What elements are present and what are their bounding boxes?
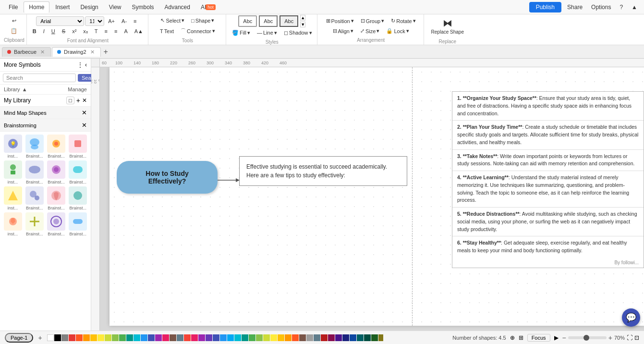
- publish-button[interactable]: Publish: [529, 2, 561, 12]
- style-up[interactable]: ▲: [300, 15, 305, 21]
- page-tab-1[interactable]: Page-1: [5, 333, 33, 343]
- list-item[interactable]: Brainst...: [24, 186, 44, 210]
- list-item[interactable]: Brainst...: [47, 212, 66, 236]
- manage-button[interactable]: Manage: [68, 86, 87, 92]
- mind-map-shapes-header[interactable]: Mind Map Shapes ✕: [0, 107, 91, 119]
- list-item[interactable]: 💡 inst...: [3, 135, 23, 159]
- color-swatch[interactable]: [321, 334, 328, 341]
- list-item[interactable]: Brainst...: [68, 135, 88, 159]
- style-down[interactable]: ▼: [300, 22, 305, 27]
- options-button[interactable]: Options: [588, 3, 614, 12]
- tab-close-barbecue[interactable]: ✕: [39, 49, 46, 55]
- color-swatch[interactable]: [306, 334, 313, 341]
- underline-button[interactable]: U: [49, 27, 58, 36]
- color-swatch[interactable]: [314, 334, 320, 341]
- style-preview-3[interactable]: Abc: [279, 15, 298, 27]
- color-swatch[interactable]: [270, 334, 277, 341]
- color-swatch[interactable]: [299, 334, 306, 341]
- font-size-decrease[interactable]: A-: [119, 17, 130, 25]
- subscript-button[interactable]: x₂: [80, 27, 91, 36]
- color-swatch[interactable]: [134, 334, 140, 341]
- color-swatch[interactable]: [335, 334, 342, 341]
- color-swatch[interactable]: [198, 334, 205, 341]
- color-swatch[interactable]: [76, 334, 83, 341]
- tab-close-drawing2[interactable]: ✕: [89, 49, 96, 55]
- main-text-box[interactable]: Effective studying is essential to succe…: [239, 156, 407, 186]
- menu-ai[interactable]: AI hot: [196, 2, 220, 12]
- layers-button[interactable]: ⊕: [510, 334, 515, 341]
- color-swatch[interactable]: [234, 334, 241, 341]
- bold-button[interactable]: B: [30, 27, 39, 36]
- tab-drawing2[interactable]: Drawing2 ✕: [52, 47, 100, 57]
- brainstorming-close[interactable]: ✕: [82, 122, 87, 129]
- list-item[interactable]: Brainst...: [47, 160, 66, 184]
- list-item[interactable]: Brainst...: [68, 160, 88, 184]
- fit-button[interactable]: ⊞: [519, 334, 523, 341]
- font-family-select[interactable]: Arial: [36, 16, 84, 26]
- italic-button[interactable]: I: [40, 27, 48, 36]
- color-swatch[interactable]: [119, 334, 126, 341]
- color-swatch[interactable]: [69, 334, 75, 341]
- menu-advanced[interactable]: Advanced: [160, 2, 195, 12]
- color-swatch[interactable]: [184, 334, 191, 341]
- strikethrough-button[interactable]: S: [59, 27, 68, 36]
- fill-button[interactable]: 🪣 Fill ▾: [229, 28, 253, 37]
- color-swatch[interactable]: [378, 334, 383, 341]
- list-item[interactable]: Brainst...: [47, 186, 66, 210]
- list-item[interactable]: Brainst...: [47, 135, 66, 159]
- collapse-button[interactable]: ▲: [629, 3, 640, 12]
- text-button[interactable]: T Text: [157, 27, 177, 36]
- color-swatch[interactable]: [249, 334, 255, 341]
- chat-bubble[interactable]: 💬: [622, 308, 640, 327]
- select-button[interactable]: ↖ Select ▾: [158, 16, 187, 25]
- expand-button[interactable]: ⊡: [634, 334, 639, 341]
- list-item[interactable]: Brainst...: [24, 212, 44, 236]
- color-swatch[interactable]: [206, 334, 212, 341]
- color-swatch[interactable]: [155, 334, 162, 341]
- list-button[interactable]: ≡: [102, 27, 110, 36]
- color-swatch[interactable]: [90, 334, 97, 341]
- list2-button[interactable]: ≡: [111, 27, 120, 36]
- color-swatch[interactable]: [126, 334, 133, 341]
- color-swatch[interactable]: [357, 334, 364, 341]
- font-size-select[interactable]: 11: [85, 16, 104, 26]
- my-library-close[interactable]: ✕: [82, 97, 87, 104]
- size-button[interactable]: ⤢ Size ▾: [357, 26, 382, 36]
- superscript-button[interactable]: x²: [69, 27, 79, 36]
- zoom-slider[interactable]: [568, 336, 607, 339]
- rotate-button[interactable]: ↻ Rotate ▾: [388, 16, 418, 25]
- tab-barbecue[interactable]: Barbecue ✕: [2, 47, 51, 57]
- color-swatch[interactable]: [54, 334, 61, 341]
- font-color[interactable]: A: [121, 27, 130, 36]
- color-swatch[interactable]: [285, 334, 292, 341]
- color-swatch[interactable]: [263, 334, 270, 341]
- list-item[interactable]: Brainst...: [24, 135, 44, 159]
- play-button[interactable]: ▶: [554, 334, 559, 341]
- highlight-color[interactable]: A▲: [132, 27, 146, 36]
- color-swatch[interactable]: [213, 334, 219, 341]
- brainstorming-header[interactable]: Brainstorming ✕: [0, 119, 91, 132]
- search-input[interactable]: [3, 74, 76, 82]
- my-library-add[interactable]: +: [76, 97, 80, 104]
- fullscreen-button[interactable]: ⛶: [627, 334, 632, 341]
- align-button[interactable]: ⊟ Align ▾: [330, 26, 356, 36]
- list-item[interactable]: Brainst...: [68, 186, 88, 210]
- add-page-button[interactable]: +: [38, 334, 42, 342]
- color-swatch[interactable]: [278, 334, 284, 341]
- color-swatch[interactable]: [371, 334, 378, 341]
- mind-map-close[interactable]: ✕: [82, 109, 87, 116]
- color-swatch[interactable]: [141, 334, 147, 341]
- clipboard-button[interactable]: 📋: [8, 26, 20, 36]
- text-align[interactable]: ≡: [131, 17, 139, 25]
- color-swatch[interactable]: [350, 334, 356, 341]
- color-swatch[interactable]: [191, 334, 198, 341]
- font-size-increase[interactable]: A+: [105, 17, 118, 25]
- menu-design[interactable]: Design: [75, 2, 103, 12]
- list-item[interactable]: Brainst...: [68, 212, 88, 236]
- list-item[interactable]: inst...: [3, 212, 23, 236]
- color-swatch[interactable]: [292, 334, 299, 341]
- undo-button[interactable]: ↩: [9, 16, 19, 25]
- color-swatch[interactable]: [112, 334, 119, 341]
- color-swatch[interactable]: [148, 334, 155, 341]
- lock-button[interactable]: 🔒 Lock ▾: [383, 26, 412, 36]
